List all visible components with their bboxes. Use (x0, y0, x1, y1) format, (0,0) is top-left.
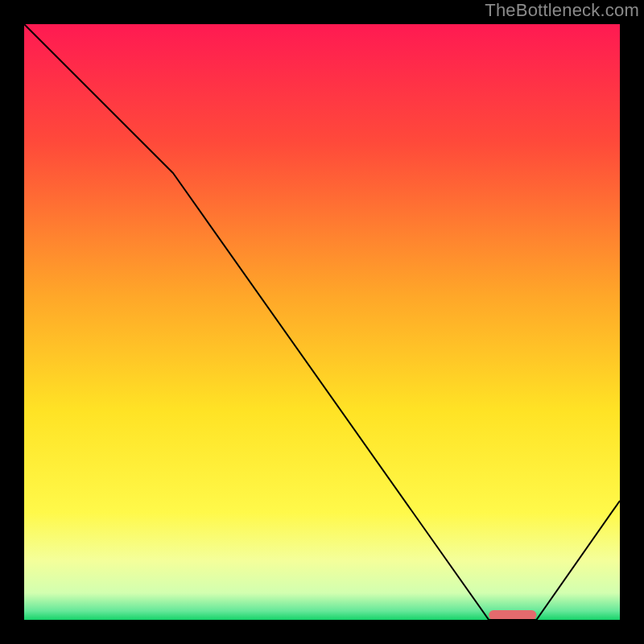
watermark-text: TheBottleneck.com (485, 0, 639, 21)
chart-container: TheBottleneck.com (0, 0, 644, 644)
optimum-marker (489, 610, 536, 620)
bottleneck-chart (24, 24, 620, 620)
plot-frame (24, 24, 620, 620)
